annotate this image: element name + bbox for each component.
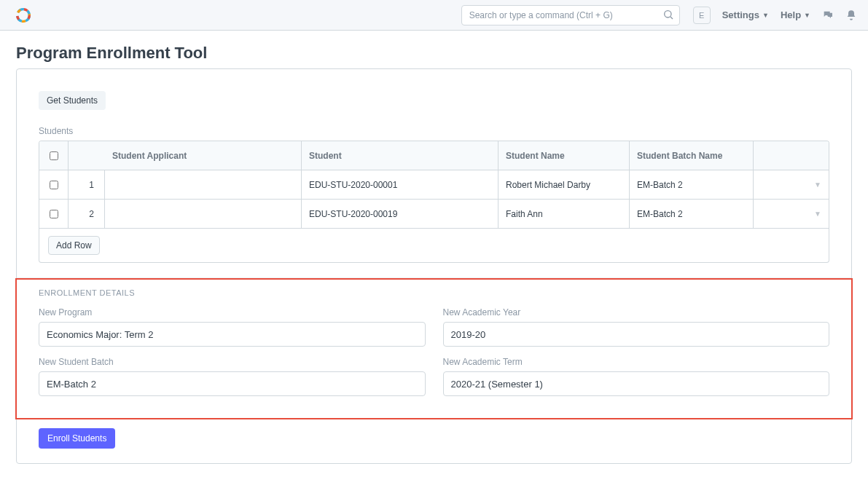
enroll-students-button[interactable]: Enroll Students (39, 428, 115, 449)
form-card: Get Students Students Student Applicant … (16, 68, 852, 464)
row-check-cell (39, 170, 69, 199)
new-batch-input[interactable] (39, 371, 426, 396)
new-year-field: New Academic Year (443, 307, 830, 347)
table-header-row: Student Applicant Student Student Name S… (39, 141, 829, 170)
page-header: Program Enrollment Tool (0, 31, 868, 68)
col-header-applicant: Student Applicant (105, 141, 302, 170)
page-title: Program Enrollment Tool (16, 44, 852, 63)
row-name[interactable]: Faith Ann (498, 200, 630, 228)
user-badge[interactable]: E (693, 7, 711, 24)
col-header-student: Student (302, 141, 498, 170)
new-year-label: New Academic Year (443, 307, 830, 318)
new-term-field: New Academic Term (443, 357, 830, 396)
row-index: 1 (69, 170, 105, 199)
row-batch[interactable]: EM-Batch 2 (630, 200, 754, 228)
enrollment-section-title: ENROLLMENT DETAILS (17, 288, 851, 297)
table-row[interactable]: 2 EDU-STU-2020-00019 Faith Ann EM-Batch … (39, 200, 829, 229)
chat-icon[interactable] (822, 9, 834, 21)
row-index: 2 (69, 200, 105, 228)
chevron-down-icon: ▼ (804, 12, 810, 19)
settings-label: Settings (722, 9, 759, 20)
enrollment-highlight: ENROLLMENT DETAILS New Program New Acade… (15, 278, 853, 419)
chevron-down-icon: ▼ (814, 210, 821, 218)
add-row-button[interactable]: Add Row (48, 236, 100, 255)
col-header-index (69, 141, 105, 170)
row-applicant[interactable] (105, 200, 302, 228)
row-check-cell (39, 200, 69, 228)
app-logo[interactable] (16, 8, 31, 23)
students-label: Students (39, 126, 829, 136)
row-checkbox[interactable] (50, 181, 58, 189)
row-name[interactable]: Robert Michael Darby (498, 170, 630, 199)
new-program-field: New Program (39, 307, 426, 347)
row-applicant[interactable] (105, 170, 302, 199)
row-batch[interactable]: EM-Batch 2 (630, 170, 754, 199)
new-year-input[interactable] (443, 322, 830, 347)
chevron-down-icon: ▼ (762, 12, 769, 19)
enrollment-section: ENROLLMENT DETAILS New Program New Acade… (17, 277, 851, 463)
row-action[interactable]: ▼ (754, 170, 829, 199)
settings-menu[interactable]: Settings ▼ (722, 9, 769, 20)
select-all-checkbox[interactable] (50, 151, 58, 160)
table-row[interactable]: 1 EDU-STU-2020-00001 Robert Michael Darb… (39, 170, 829, 200)
add-row-bar: Add Row (39, 229, 829, 263)
new-program-label: New Program (39, 307, 426, 318)
help-label: Help (781, 9, 801, 20)
navbar: E Settings ▼ Help ▼ (0, 0, 868, 31)
help-menu[interactable]: Help ▼ (781, 9, 810, 20)
col-header-name: Student Name (498, 141, 630, 170)
new-term-input[interactable] (443, 371, 830, 396)
row-action[interactable]: ▼ (754, 200, 829, 228)
get-students-button[interactable]: Get Students (39, 91, 106, 110)
students-table: Student Applicant Student Student Name S… (39, 141, 829, 229)
col-header-action (754, 141, 829, 170)
global-search[interactable] (461, 5, 680, 25)
new-batch-label: New Student Batch (39, 357, 426, 367)
search-input[interactable] (461, 5, 680, 25)
students-section: Get Students Students Student Applicant … (17, 69, 851, 277)
new-program-input[interactable] (39, 322, 426, 347)
select-all-cell (39, 141, 69, 170)
col-header-batch: Student Batch Name (630, 141, 754, 170)
new-term-label: New Academic Term (443, 357, 830, 367)
row-student[interactable]: EDU-STU-2020-00001 (302, 170, 498, 199)
row-checkbox[interactable] (50, 210, 58, 218)
chevron-down-icon: ▼ (814, 181, 821, 189)
new-batch-field: New Student Batch (39, 357, 426, 396)
bell-icon[interactable] (845, 9, 857, 21)
row-student[interactable]: EDU-STU-2020-00019 (302, 200, 498, 228)
